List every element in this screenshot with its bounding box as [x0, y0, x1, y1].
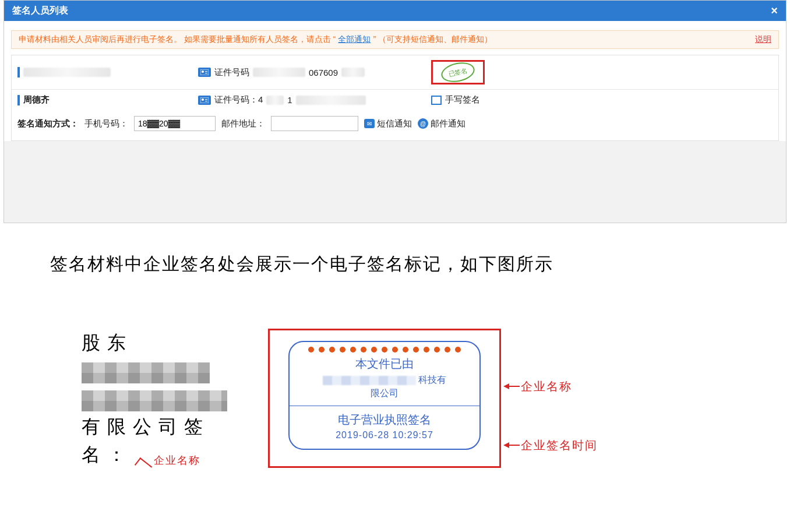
id-col: 证件号码 067609	[198, 67, 408, 78]
handwrite-icon	[431, 96, 442, 105]
mosaic-line-2	[82, 390, 227, 411]
mail-label: 邮件通知	[431, 118, 465, 129]
id-label: 证件号码：4	[214, 94, 263, 105]
svg-rect-6	[205, 99, 207, 100]
phone-label: 手机号码：	[84, 118, 128, 129]
stamp-section-2: 电子营业执照签名 2019-06-28 10:29:57	[290, 406, 479, 449]
id-blur-a	[266, 96, 284, 105]
signed-stamp-icon: 已签名	[439, 59, 476, 84]
svg-rect-0	[200, 69, 209, 75]
signer-row-2: 周德齐 证件号码：4 1 手写签名 签名通知方式： 手机号码： 邮件地址：	[12, 90, 778, 140]
svg-marker-9	[503, 383, 509, 389]
signer-name: 周德齐	[23, 94, 50, 105]
figure-area: 股东 有限公司签 名： 企业名称 本文件已由 科技有 限公司	[0, 329, 790, 468]
red-highlight-frame: 本文件已由 科技有 限公司 电子营业执照签名 2019-06-28 10:29:…	[268, 329, 501, 468]
id-card-icon	[198, 96, 211, 105]
svg-marker-11	[503, 442, 509, 448]
callout-text-1: 企业名称	[521, 379, 572, 394]
company-name-blurred	[323, 376, 416, 385]
notify-row: 签名通知方式： 手机号码： 邮件地址： ✉ 短信通知 @ 邮件通知	[17, 111, 773, 136]
callout-sign-time: 企业签名时间	[503, 438, 598, 453]
signed-stamp-highlight: 已签名	[431, 60, 485, 84]
email-label: 邮件地址：	[221, 118, 265, 129]
id-card-icon	[198, 68, 211, 77]
at-icon: @	[418, 118, 428, 129]
id-fragment: 067609	[309, 68, 338, 77]
phone-input[interactable]	[134, 116, 216, 131]
alert-text-before: 申请材料由相关人员审阅后再进行电子签名。 如果需要批量通知所有人员签名，请点击 …	[19, 34, 336, 45]
shareholder-block: 股东 有限公司签 名： 企业名称	[82, 329, 227, 468]
callout-text-2: 企业签名时间	[521, 438, 598, 453]
stamp-dots	[290, 342, 479, 355]
name-blurred	[23, 68, 111, 77]
stamp-figure: 本文件已由 科技有 限公司 电子营业执照签名 2019-06-28 10:29:…	[268, 329, 598, 468]
svg-rect-4	[200, 97, 209, 103]
alert-banner: 申请材料由相关人员审阅后再进行电子签名。 如果需要批量通知所有人员签名，请点击 …	[11, 30, 779, 49]
name-col	[17, 67, 192, 77]
document-caption: 签名材料中企业签名处会展示一个电子签名标记，如下图所示	[50, 252, 790, 276]
signer-rows: 证件号码 067609 已签名 周德齐 证件号码：4 1	[11, 55, 779, 141]
sh-line4a: 有限公司签	[82, 413, 227, 441]
sms-label: 短信通知	[377, 118, 412, 129]
dialog-header: 签名人员列表 ×	[4, 1, 786, 21]
svg-point-5	[202, 98, 204, 101]
id-blur-b	[296, 96, 366, 105]
svg-point-1	[202, 71, 204, 73]
email-input[interactable]	[271, 116, 358, 131]
id-blurred	[253, 68, 305, 77]
sh-line5: 名：	[82, 441, 133, 468]
id-fragment-b: 1	[287, 95, 292, 105]
arrow-left-icon	[503, 382, 521, 390]
dialog-title: 签名人员列表	[12, 5, 68, 17]
e-signature-stamp: 本文件已由 科技有 限公司 电子营业执照签名 2019-06-28 10:29:…	[288, 341, 481, 450]
stamp-section-1: 本文件已由 科技有 限公司	[290, 355, 479, 406]
hand-sign-action[interactable]: 手写签名	[431, 94, 480, 105]
callouts-column: 企业名称 企业签名时间	[503, 344, 598, 453]
stamp-sec1-title: 本文件已由	[290, 356, 479, 372]
company-line2: 限公司	[290, 387, 479, 400]
close-icon[interactable]: ×	[771, 4, 778, 17]
sms-icon: ✉	[364, 119, 375, 128]
callout-company-name-left: 企业名称	[135, 453, 200, 468]
mosaic-line-1	[82, 362, 210, 383]
stamp-timestamp: 2019-06-28 10:29:57	[290, 430, 479, 441]
instructions-link[interactable]: 说明	[755, 34, 771, 45]
svg-rect-3	[205, 73, 207, 73]
alert-text-after: ” （可支持短信通知、邮件通知）	[373, 34, 492, 45]
dialog-gray-space	[4, 141, 786, 223]
sms-notify-button[interactable]: ✉ 短信通知	[364, 118, 412, 129]
accent-bar	[17, 67, 20, 77]
signer-list-dialog: 签名人员列表 × 申请材料由相关人员审阅后再进行电子签名。 如果需要批量通知所有…	[3, 0, 787, 223]
signer-row-1: 证件号码 067609 已签名	[12, 55, 778, 90]
notify-all-link[interactable]: 全部通知	[338, 34, 371, 45]
arrow-left-icon	[503, 441, 521, 449]
callout-company-name: 企业名称	[503, 379, 598, 394]
id-label: 证件号码	[214, 67, 249, 78]
id-blurred-tail	[341, 68, 365, 77]
company-suffix: 科技有	[418, 374, 446, 386]
hand-sign-label: 手写签名	[445, 94, 480, 105]
notify-label: 签名通知方式：	[17, 118, 79, 129]
svg-rect-2	[205, 71, 207, 72]
mail-notify-button[interactable]: @ 邮件通知	[418, 118, 465, 129]
accent-bar	[17, 95, 20, 105]
id-col: 证件号码：4 1	[198, 94, 408, 105]
name-col: 周德齐	[17, 94, 192, 105]
sh-line1: 股东	[82, 329, 227, 357]
svg-rect-7	[205, 101, 207, 101]
stamp-sec2-title: 电子营业执照签名	[290, 412, 479, 428]
